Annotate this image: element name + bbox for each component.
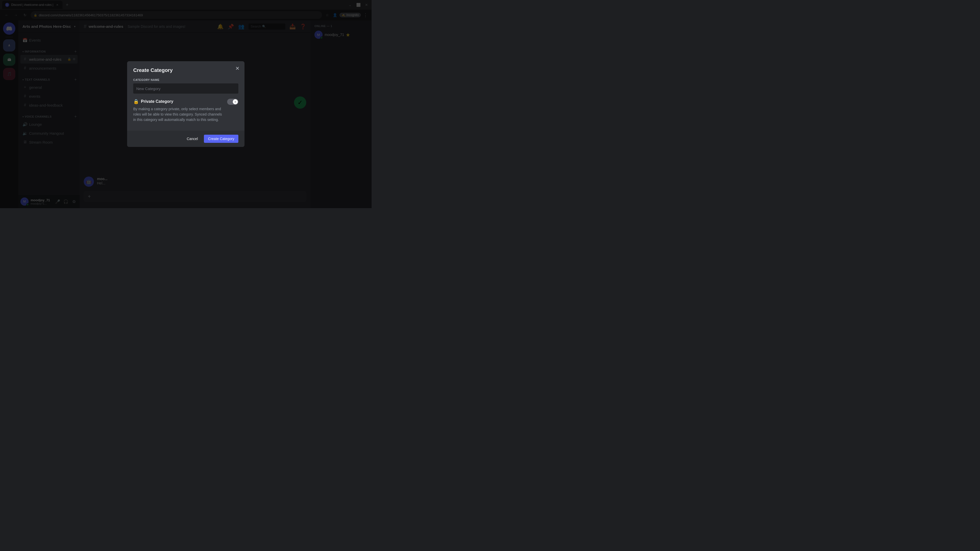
modal-close-button[interactable]: ✕: [234, 65, 240, 71]
cancel-button[interactable]: Cancel: [183, 135, 202, 143]
modal-title: Create Category: [133, 67, 239, 73]
modal-overlay: ✕ Create Category CATEGORY NAME 🔒 Privat…: [0, 0, 372, 208]
category-name-input[interactable]: [133, 83, 239, 94]
toggle-knob: ✕: [233, 99, 238, 104]
modal-footer: Cancel Create Category: [127, 130, 245, 147]
discord-app: A 🏔 🎵 Arts and Photos Here-Disc ▾ 📅 Even…: [0, 21, 372, 208]
toggle-x-icon: ✕: [234, 100, 236, 103]
private-category-toggle[interactable]: ✕: [227, 99, 239, 105]
create-category-modal: ✕ Create Category CATEGORY NAME 🔒 Privat…: [127, 61, 245, 147]
category-name-label: CATEGORY NAME: [133, 78, 239, 81]
private-category-info: 🔒 Private Category By making a category …: [133, 99, 224, 122]
private-category-section: 🔒 Private Category By making a category …: [133, 99, 239, 122]
private-category-title: Private Category: [141, 99, 173, 104]
create-category-button[interactable]: Create Category: [204, 135, 239, 143]
private-category-description: By making a category private, only selec…: [133, 106, 224, 122]
private-category-header: 🔒 Private Category: [133, 99, 224, 104]
private-lock-icon: 🔒: [133, 99, 139, 104]
